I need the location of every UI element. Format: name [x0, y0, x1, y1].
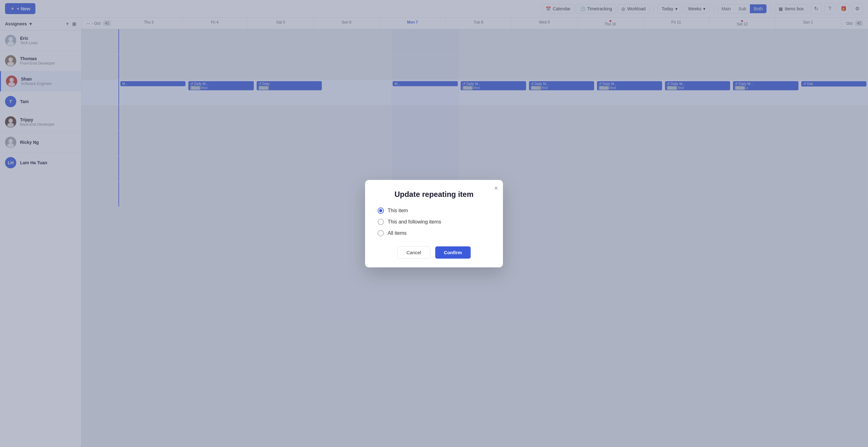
radio-this-item	[378, 208, 384, 214]
radio-this-following	[378, 219, 384, 225]
confirm-button[interactable]: Confirm	[435, 246, 471, 259]
update-repeating-modal: × Update repeating item This item This a…	[365, 180, 503, 267]
option-all-items-label: All items	[388, 230, 406, 236]
modal-actions: Cancel Confirm	[378, 246, 490, 259]
modal-options: This item This and following items All i…	[378, 208, 490, 236]
option-this-following[interactable]: This and following items	[378, 219, 490, 225]
cancel-button[interactable]: Cancel	[397, 246, 430, 259]
modal-close-button[interactable]: ×	[494, 185, 498, 191]
modal-title: Update repeating item	[378, 190, 490, 199]
radio-all-items	[378, 230, 384, 236]
option-this-following-label: This and following items	[388, 219, 441, 225]
modal-overlay[interactable]: × Update repeating item This item This a…	[0, 0, 868, 447]
option-this-item-label: This item	[388, 208, 408, 213]
option-this-item[interactable]: This item	[378, 208, 490, 214]
option-all-items[interactable]: All items	[378, 230, 490, 236]
radio-inner-this-item	[379, 209, 382, 212]
